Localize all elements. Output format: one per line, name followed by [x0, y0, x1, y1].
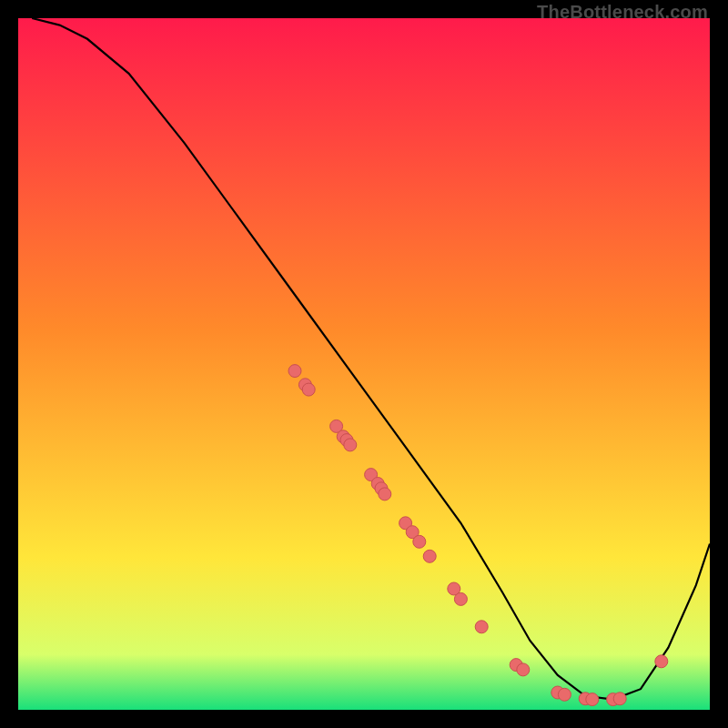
chart-frame	[18, 18, 710, 710]
scatter-point	[454, 592, 467, 605]
scatter-point	[655, 655, 668, 668]
scatter-point	[517, 663, 530, 676]
scatter-point	[344, 439, 357, 451]
scatter-point	[558, 688, 571, 701]
scatter-point	[379, 488, 391, 500]
chart-svg	[18, 18, 710, 710]
scatter-point	[423, 550, 436, 562]
scatter-point	[288, 365, 301, 378]
scatter-point	[586, 693, 599, 706]
scatter-point	[613, 693, 626, 705]
scatter-point	[302, 383, 315, 396]
gradient-background	[18, 18, 710, 710]
scatter-point	[413, 535, 426, 548]
scatter-point	[475, 621, 488, 633]
